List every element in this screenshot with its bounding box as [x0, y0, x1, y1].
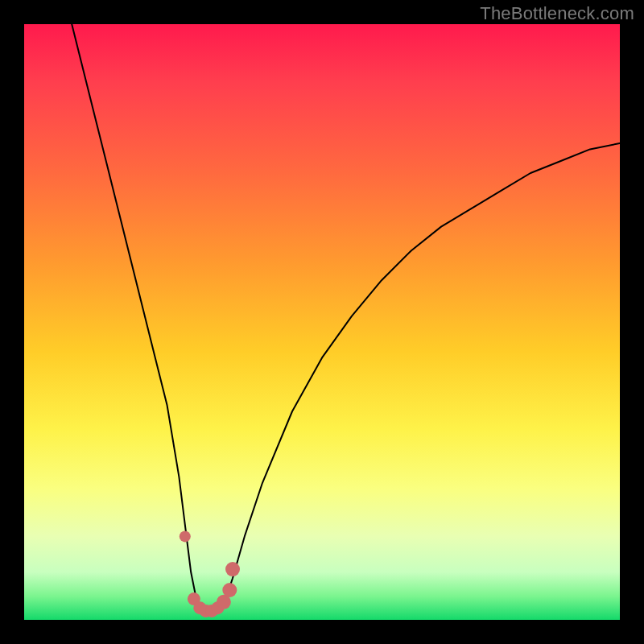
svg-point-7	[222, 583, 237, 597]
watermark-text: TheBottleneck.com	[480, 3, 634, 24]
chart-svg	[24, 24, 620, 620]
svg-point-8	[225, 562, 240, 576]
chart-plot-area	[24, 24, 620, 620]
svg-point-0	[180, 530, 191, 542]
highlighted-points	[180, 530, 240, 617]
bottleneck-curve	[72, 24, 620, 614]
chart-frame: TheBottleneck.com	[0, 0, 644, 644]
